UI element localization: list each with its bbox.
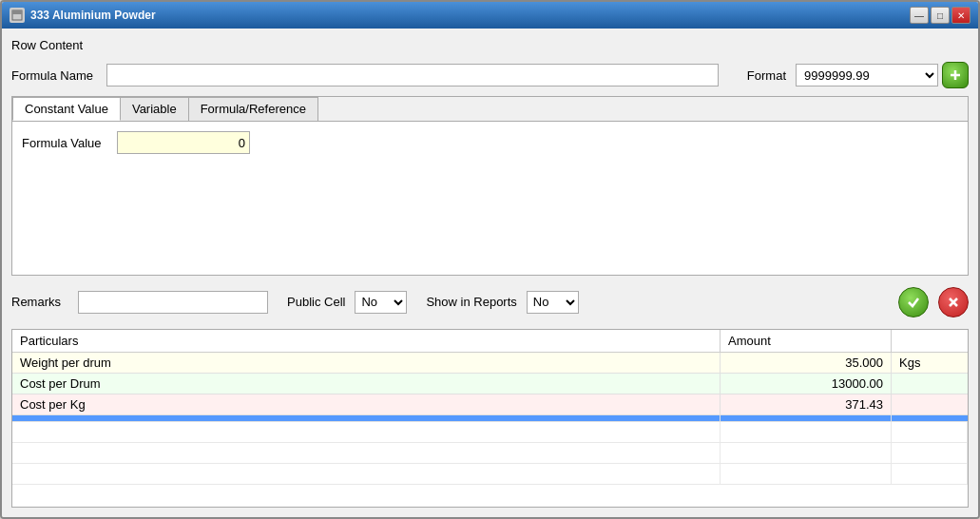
formula-value-label: Formula Value	[22, 136, 107, 150]
maximize-button[interactable]: □	[931, 7, 950, 24]
cell-amount: 371.43	[721, 394, 892, 414]
tabs: Constant Value Variable Formula/Referenc…	[12, 97, 968, 122]
confirm-button[interactable]	[898, 287, 929, 317]
format-select-wrapper: 9999999.99	[796, 62, 969, 88]
cell-unit	[892, 394, 968, 414]
title-bar-left: 333 Aluminium Powder	[10, 8, 156, 23]
cell-particulars: Weight per drum	[12, 353, 721, 373]
window-title: 333 Aluminium Powder	[30, 9, 156, 22]
cell-unit	[892, 374, 968, 394]
table-body: Weight per drum 35.000 Kgs Cost per Drum…	[12, 353, 968, 508]
tab-panel: Constant Value Variable Formula/Referenc…	[11, 96, 969, 276]
minimize-button[interactable]: —	[910, 7, 929, 24]
empty-row	[12, 422, 968, 443]
tab-constant-value[interactable]: Constant Value	[12, 97, 121, 121]
cancel-button[interactable]	[938, 287, 969, 317]
show-in-reports-select[interactable]: No Yes	[527, 291, 579, 314]
add-format-button[interactable]	[942, 62, 969, 88]
empty-row	[12, 464, 968, 485]
format-select[interactable]: 9999999.99	[796, 64, 938, 86]
table-row[interactable]: Weight per drum 35.000 Kgs	[12, 353, 968, 374]
title-bar: 333 Aluminium Powder — □ ✕	[2, 2, 978, 29]
cell-amount: 13000.00	[721, 374, 892, 394]
table-section: Particulars Amount Weight per drum 35.00…	[11, 329, 969, 509]
format-label: Format	[747, 68, 786, 83]
tab-content: Formula Value	[12, 122, 968, 275]
remarks-label: Remarks	[11, 295, 68, 309]
cell-particulars	[12, 415, 721, 421]
show-in-reports-label: Show in Reports	[426, 295, 516, 309]
public-cell-label: Public Cell	[287, 295, 345, 309]
cell-unit	[892, 415, 968, 421]
window-icon	[10, 8, 25, 23]
table-row[interactable]: Cost per Kg 371.43	[12, 394, 968, 415]
col-unit	[892, 330, 968, 352]
cell-particulars: Cost per Kg	[12, 394, 721, 414]
cell-amount: 35.000	[721, 353, 892, 373]
empty-row	[12, 443, 968, 464]
table-row[interactable]: Cost per Drum 13000.00	[12, 374, 968, 394]
remarks-input[interactable]	[78, 291, 268, 314]
tab-formula-reference[interactable]: Formula/Reference	[188, 97, 318, 121]
col-amount: Amount	[721, 330, 892, 352]
formula-name-row: Formula Name Format 9999999.99	[11, 62, 969, 88]
row-content-label: Row Content	[11, 38, 969, 52]
main-content: Row Content Formula Name Format 9999999.…	[2, 29, 978, 517]
col-particulars: Particulars	[12, 330, 721, 352]
main-window: 333 Aluminium Powder — □ ✕ Row Content F…	[0, 0, 980, 519]
close-button[interactable]: ✕	[951, 7, 970, 24]
formula-name-label: Formula Name	[11, 68, 97, 83]
cell-unit: Kgs	[892, 353, 968, 373]
table-header: Particulars Amount	[12, 330, 968, 353]
formula-value-row: Formula Value	[22, 131, 958, 154]
bottom-bar: Remarks Public Cell No Yes Show in Repor…	[11, 283, 969, 321]
tab-variable[interactable]: Variable	[120, 97, 189, 121]
formula-name-input[interactable]	[106, 64, 719, 86]
title-buttons: — □ ✕	[910, 7, 970, 24]
cell-amount	[721, 415, 892, 421]
formula-value-input[interactable]	[117, 131, 250, 154]
table-row-selected[interactable]	[12, 415, 968, 422]
cell-particulars: Cost per Drum	[12, 374, 721, 394]
public-cell-select[interactable]: No Yes	[355, 291, 407, 314]
svg-rect-1	[12, 10, 22, 14]
